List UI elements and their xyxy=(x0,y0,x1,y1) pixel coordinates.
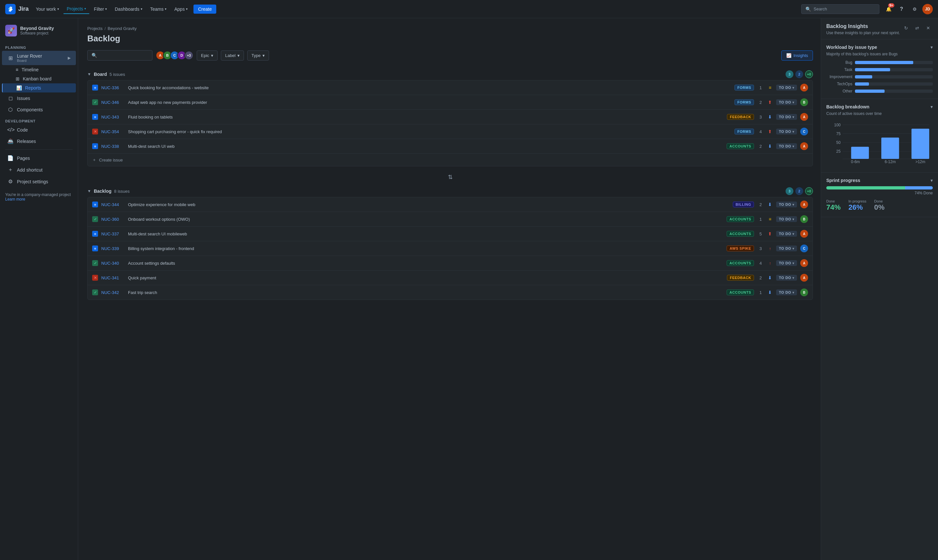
issue-label[interactable]: ACCOUNTS xyxy=(727,231,754,237)
type-filter[interactable]: Type ▾ xyxy=(247,51,269,60)
sidebar-item-project-settings[interactable]: ⚙ Project settings xyxy=(2,176,76,187)
status-badge[interactable]: TO DO ▾ xyxy=(776,275,797,281)
nav-filter[interactable]: Filter ▾ xyxy=(91,5,110,14)
issue-key[interactable]: NUC-339 xyxy=(101,246,125,251)
nav-projects[interactable]: Projects ▾ xyxy=(63,4,89,14)
issue-key[interactable]: NUC-360 xyxy=(101,217,125,222)
nav-dashboards[interactable]: Dashboards ▾ xyxy=(111,5,146,14)
issue-key[interactable]: NUC-344 xyxy=(101,202,125,207)
table-row[interactable]: ■ NUC-339 Billing system integration - f… xyxy=(88,241,813,256)
board-section-header[interactable]: ▼ Board 5 issues 3 2 +0 xyxy=(87,67,813,80)
sidebar-item-pages[interactable]: 📄 Pages xyxy=(2,152,76,164)
issue-label[interactable]: ACCOUNTS xyxy=(727,289,754,295)
nav-teams[interactable]: Teams ▾ xyxy=(147,5,170,14)
label-filter[interactable]: Label ▾ xyxy=(221,51,244,60)
issue-label[interactable]: FORMS xyxy=(735,129,754,134)
table-row[interactable]: ■ NUC-344 Optimize experience for mobile… xyxy=(88,197,813,212)
issue-label[interactable]: FORMS xyxy=(735,85,754,91)
create-issue-button[interactable]: ＋ Create issue xyxy=(88,154,813,166)
status-badge[interactable]: TO DO ▾ xyxy=(776,231,797,237)
status-badge[interactable]: TO DO ▾ xyxy=(776,85,797,91)
breadcrumb-project-name[interactable]: Beyond Gravity xyxy=(108,26,137,31)
status-badge[interactable]: TO DO ▾ xyxy=(776,289,797,295)
table-row[interactable]: ✓ NUC-360 Onboard workout options (OWO) … xyxy=(88,212,813,227)
status-badge[interactable]: TO DO ▾ xyxy=(776,202,797,208)
issue-label[interactable]: FEEDBACK xyxy=(727,114,754,120)
table-row[interactable]: ✓ NUC-340 Account settings defaults ACCO… xyxy=(88,256,813,271)
sidebar-item-reports[interactable]: 📊 Reports xyxy=(2,83,76,92)
issue-key[interactable]: NUC-337 xyxy=(101,231,125,236)
issue-key[interactable]: NUC-342 xyxy=(101,290,125,295)
avatar-filter-more[interactable]: +3 xyxy=(184,51,194,60)
nav-logo[interactable]: Jira xyxy=(5,4,29,14)
workload-section-header[interactable]: Workload by issue type ▾ xyxy=(826,45,933,50)
table-row[interactable]: ■ NUC-336 Quick booking for accomodation… xyxy=(88,80,813,95)
breakdown-section-header[interactable]: Backlog breakdown ▾ xyxy=(826,104,933,109)
sidebar-item-code[interactable]: </> Code xyxy=(2,125,76,135)
issue-key[interactable]: NUC-340 xyxy=(101,261,125,266)
user-avatar[interactable]: JD xyxy=(923,4,933,14)
issue-label[interactable]: AWS SPIKE xyxy=(727,246,754,251)
sprint-stat-inprogress: In progress 26% xyxy=(849,199,866,212)
issue-label[interactable]: ACCOUNTS xyxy=(727,260,754,266)
table-row[interactable]: ■ NUC-338 Multi-dest search UI web ACCOU… xyxy=(88,139,813,154)
status-badge[interactable]: TO DO ▾ xyxy=(776,99,797,105)
nav-apps[interactable]: Apps ▾ xyxy=(171,5,191,14)
status-badge[interactable]: TO DO ▾ xyxy=(776,114,797,120)
sidebar-item-components[interactable]: ⬡ Components xyxy=(2,104,76,115)
insights-label: Insights xyxy=(793,53,808,58)
status-badge[interactable]: TO DO ▾ xyxy=(776,246,797,251)
issue-avatar: B xyxy=(800,98,808,106)
sidebar-item-issues[interactable]: ◻ Issues xyxy=(2,92,76,104)
backlog-section-header[interactable]: ▼ Backlog 8 issues 3 2 +0 xyxy=(87,184,813,197)
nav-your-work[interactable]: Your work ▾ xyxy=(32,5,62,14)
issue-key[interactable]: NUC-338 xyxy=(101,144,125,149)
issue-key[interactable]: NUC-354 xyxy=(101,129,125,134)
table-row[interactable]: ✓ NUC-342 Fast trip search ACCOUNTS 1 ⬇ … xyxy=(88,285,813,300)
sidebar-item-releases[interactable]: 🚢 Releases xyxy=(2,135,76,147)
table-row[interactable]: ✕ NUC-341 Quick payment FEEDBACK 2 ⬇ TO … xyxy=(88,271,813,285)
insights-settings-button[interactable]: ⇄ xyxy=(913,23,922,32)
breadcrumb-projects[interactable]: Projects xyxy=(87,26,103,31)
issue-key[interactable]: NUC-346 xyxy=(101,100,125,105)
workload-label-techops: TechOps xyxy=(826,82,852,86)
table-row[interactable]: ✓ NUC-346 Adapt web app no new payments … xyxy=(88,95,813,110)
epic-filter[interactable]: Epic ▾ xyxy=(197,51,217,60)
issue-type-bug-icon: ✕ xyxy=(92,275,98,281)
learn-more-link[interactable]: Learn more xyxy=(5,197,25,202)
sidebar-item-lunar-rover[interactable]: ⊞ Lunar Rover Board ▶ xyxy=(2,51,76,65)
table-row[interactable]: ■ NUC-337 Multi-dest search UI mobileweb… xyxy=(88,227,813,241)
status-badge[interactable]: TO DO ▾ xyxy=(776,260,797,266)
issue-label[interactable]: ACCOUNTS xyxy=(727,143,754,149)
insights-close-button[interactable]: ✕ xyxy=(924,23,933,32)
sidebar-item-timeline[interactable]: ≡ Timeline xyxy=(2,65,76,74)
sprint-section-header[interactable]: Sprint progress ▾ xyxy=(826,178,933,183)
issue-avatar: A xyxy=(800,113,808,121)
settings-button[interactable]: ⚙ xyxy=(909,4,920,14)
issue-key[interactable]: NUC-343 xyxy=(101,115,125,120)
issue-label[interactable]: FEEDBACK xyxy=(727,275,754,281)
chevron-down-icon: ▾ xyxy=(57,7,59,11)
issue-title: Quick payment xyxy=(128,275,724,280)
status-badge[interactable]: TO DO ▾ xyxy=(776,129,797,134)
insights-refresh-button[interactable]: ↻ xyxy=(901,23,911,32)
backlog-search-input[interactable]: 🔍 xyxy=(87,50,152,60)
notifications-button[interactable]: 🔔 9+ xyxy=(883,4,894,14)
insights-button[interactable]: 📈 Insights xyxy=(781,51,813,60)
status-badge[interactable]: TO DO ▾ xyxy=(776,216,797,222)
issue-label[interactable]: BILLING xyxy=(733,202,754,208)
issue-label[interactable]: FORMS xyxy=(735,99,754,105)
issue-type-story-icon: ✓ xyxy=(92,260,98,266)
sidebar-item-kanban[interactable]: ⊞ Kanban board xyxy=(2,74,76,83)
table-row[interactable]: ■ NUC-343 Fluid booking on tablets FEEDB… xyxy=(88,110,813,125)
issue-label[interactable]: ACCOUNTS xyxy=(727,216,754,222)
create-button[interactable]: Create xyxy=(194,5,216,14)
help-button[interactable]: ? xyxy=(896,4,907,14)
issue-key[interactable]: NUC-341 xyxy=(101,275,125,280)
code-label: Code xyxy=(17,127,28,132)
search-input[interactable]: 🔍 Search xyxy=(801,4,879,14)
issue-key[interactable]: NUC-336 xyxy=(101,85,125,90)
table-row[interactable]: ✕ NUC-354 Shopping cart purchasing error… xyxy=(88,125,813,139)
status-badge[interactable]: TO DO ▾ xyxy=(776,143,797,149)
sidebar-item-add-shortcut[interactable]: ＋ Add shortcut xyxy=(2,164,76,176)
